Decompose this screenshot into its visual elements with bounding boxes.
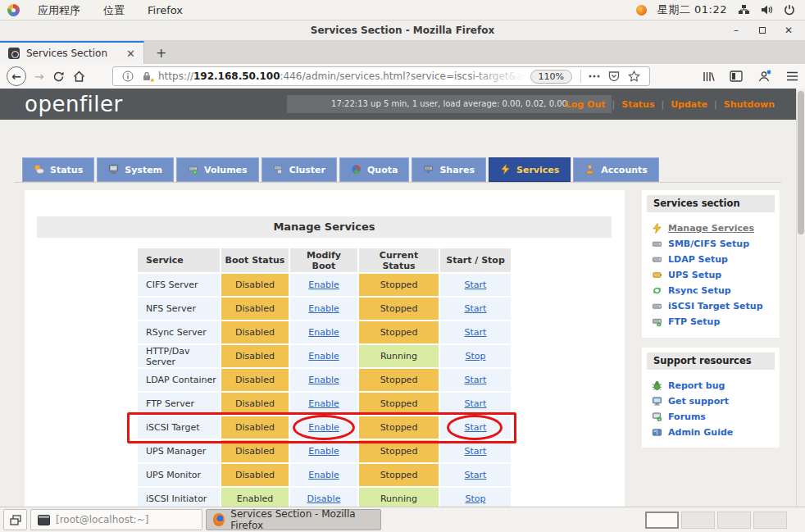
scrollbar[interactable] — [796, 89, 805, 507]
start-stop-link[interactable]: Start — [465, 470, 487, 480]
sidebar-item-admin-guide[interactable]: Admin Guide — [652, 425, 780, 440]
maximize-icon[interactable] — [759, 27, 766, 34]
site-info-icon[interactable] — [122, 70, 134, 82]
sidebar-link-label[interactable]: LDAP Setup — [668, 254, 728, 265]
table-row: UPS ManagerDisabledEnableStoppedStart — [138, 440, 511, 462]
sidebar-link-label[interactable]: Forums — [668, 412, 706, 422]
sidebar-link-label[interactable]: UPS Setup — [668, 270, 721, 280]
taskbar-firefox-task[interactable]: Services Section - Mozilla Firefox — [206, 509, 381, 530]
applications-menu-icon[interactable] — [7, 4, 20, 16]
sidebar-item-forums[interactable]: Forums — [652, 409, 780, 425]
forward-button[interactable]: → — [34, 70, 44, 82]
modify-boot-link[interactable]: Enable — [308, 398, 339, 409]
sidebar-item-ldap-setup[interactable]: LDAP Setup — [652, 252, 780, 267]
header-link-log-out[interactable]: Log Out — [566, 99, 606, 110]
start-stop-link[interactable]: Stop — [465, 351, 485, 361]
taskbar-terminal-task[interactable]: [root@localhost:~] — [30, 509, 202, 530]
back-button[interactable]: ← — [7, 66, 26, 86]
header-link-status[interactable]: Status — [621, 99, 654, 110]
tab-close-icon[interactable]: ✕ — [123, 48, 139, 60]
modify-boot-link[interactable]: Disable — [307, 493, 341, 504]
bookmark-star-icon[interactable] — [628, 70, 640, 82]
start-stop-link[interactable]: Start — [465, 303, 487, 314]
scrollbar-thumb[interactable] — [798, 91, 804, 234]
start-stop-link[interactable]: Start — [465, 446, 487, 457]
modify-boot-link[interactable]: Enable — [308, 375, 339, 385]
modify-boot-link[interactable]: Enable — [308, 470, 339, 480]
tab-shares[interactable]: Shares — [412, 157, 486, 182]
power-icon[interactable] — [784, 4, 795, 16]
page-actions-icon[interactable] — [589, 75, 600, 78]
menu-applications[interactable]: 应用程序 — [26, 0, 92, 20]
volume-icon[interactable] — [761, 4, 773, 16]
sidebar-item-report-bug[interactable]: Report bug — [652, 378, 780, 393]
workspace-1[interactable] — [645, 512, 679, 529]
tab-status[interactable]: Status — [22, 157, 94, 182]
sidebars-icon[interactable] — [730, 70, 743, 82]
show-desktop-button[interactable] — [3, 509, 27, 530]
modify-boot-link[interactable]: Enable — [308, 446, 339, 457]
modify-boot-link[interactable]: Enable — [308, 351, 339, 361]
workspace-4[interactable] — [753, 512, 787, 529]
sidebar-link-label[interactable]: Get support — [668, 396, 729, 407]
service-name-cell: HTTP/Dav Server — [138, 345, 220, 367]
library-icon[interactable] — [702, 70, 715, 83]
modify-boot-link[interactable]: Enable — [308, 422, 339, 433]
sidebar-link-label[interactable]: Admin Guide — [668, 427, 733, 438]
col-start-stop: Start / Stop — [440, 248, 511, 272]
workspace-2[interactable] — [681, 512, 715, 529]
start-stop-link[interactable]: Start — [465, 327, 487, 338]
sidebar-item-get-support[interactable]: Get support — [652, 393, 780, 409]
pocket-icon[interactable] — [608, 70, 620, 82]
sidebar-item-iscsi-target-setup[interactable]: iSCSI Target Setup — [652, 298, 780, 314]
menu-firefox[interactable]: Firefox — [136, 0, 194, 20]
sidebar-item-rsync-setup[interactable]: Rsync Setup — [652, 283, 780, 298]
sidebar-item-ups-setup[interactable]: UPS Setup — [652, 267, 780, 283]
tab-services[interactable]: Services — [489, 157, 571, 182]
service-name-cell: LDAP Container — [138, 369, 220, 391]
panel-clock[interactable]: 星期二 01:22 — [657, 2, 727, 17]
start-stop-link[interactable]: Start — [465, 422, 487, 433]
notification-icon[interactable] — [636, 5, 647, 16]
header-link-update[interactable]: Update — [671, 99, 707, 110]
tab-volumes[interactable]: Volumes — [176, 157, 259, 182]
task-label: Services Section - Mozilla Firefox — [230, 508, 374, 531]
sidebar-item-smb-cifs-setup[interactable]: SMB/CIFS Setup — [652, 236, 780, 252]
new-tab-button[interactable]: + — [144, 43, 178, 64]
services-table-body: CIFS ServerDisabledEnableStoppedStartNFS… — [138, 274, 511, 507]
modify-boot-link[interactable]: Enable — [308, 327, 339, 338]
tab-cluster[interactable]: Cluster — [262, 157, 337, 182]
start-stop-link[interactable]: Stop — [465, 493, 485, 504]
menu-places[interactable]: 位置 — [92, 0, 136, 20]
modify-boot-link[interactable]: Enable — [308, 303, 339, 314]
tab-quota[interactable]: Quota — [339, 157, 409, 182]
menu-hamburger-icon[interactable] — [786, 71, 798, 81]
sidebar-link-label[interactable]: Manage Services — [668, 223, 754, 234]
sidebar-link-label[interactable]: FTP Setup — [668, 316, 720, 327]
workspace-3[interactable] — [717, 512, 751, 529]
network-icon[interactable] — [738, 4, 750, 16]
zoom-level-badge[interactable]: 110% — [530, 70, 572, 84]
insecure-lock-icon[interactable] — [142, 70, 154, 82]
sidebar-link-label[interactable]: Rsync Setup — [668, 285, 731, 296]
browser-tab[interactable]: Services Section ✕ — [0, 41, 144, 64]
modify-boot-link[interactable]: Enable — [308, 280, 339, 290]
url-bar[interactable]: https://192.168.50.100:446/admin/service… — [112, 66, 650, 86]
reload-button[interactable] — [52, 70, 65, 83]
sidebar-item-ftp-setup[interactable]: FTP Setup — [652, 314, 780, 330]
sidebar-item-manage-services[interactable]: Manage Services — [652, 221, 780, 236]
sidebar-link-label[interactable]: iSCSI Target Setup — [668, 301, 763, 311]
close-icon[interactable]: ✕ — [784, 25, 794, 36]
window-titlebar[interactable]: Services Section - Mozilla Firefox – ✕ — [0, 20, 805, 41]
account-icon[interactable] — [757, 70, 771, 83]
tab-system[interactable]: System — [97, 157, 174, 182]
header-link-shutdown[interactable]: Shutdown — [724, 99, 775, 110]
start-stop-link[interactable]: Start — [465, 398, 487, 409]
start-stop-link[interactable]: Start — [465, 375, 487, 385]
sidebar-link-label[interactable]: Report bug — [668, 380, 725, 391]
tab-accounts[interactable]: Accounts — [573, 157, 659, 182]
sidebar-link-label[interactable]: SMB/CIFS Setup — [668, 239, 749, 249]
minimize-icon[interactable]: – — [731, 25, 741, 36]
start-stop-link[interactable]: Start — [465, 280, 487, 290]
home-button[interactable] — [73, 70, 85, 83]
